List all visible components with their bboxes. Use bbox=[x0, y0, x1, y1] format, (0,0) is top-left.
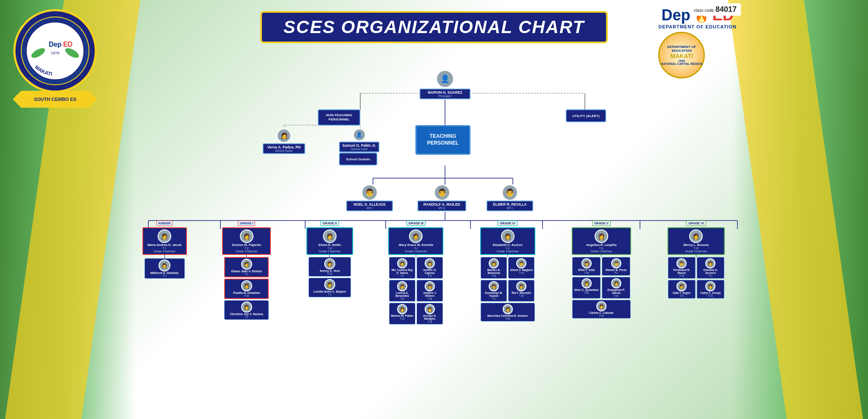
grade6-chairman-card: 👩 Mercy L. Benosa T-III Grade Chairman bbox=[668, 227, 725, 255]
class-code: class code 84017 bbox=[690, 3, 741, 16]
nurse-box: Verna A. Padua, RN School Nurse bbox=[263, 143, 305, 154]
grade1-column: GRADE I 👩 Desiree M. Pajarillo T-II Grad… bbox=[219, 221, 274, 320]
guards-label: School Guards bbox=[339, 153, 377, 165]
teaching-label: TEACHINGPERSONNEL bbox=[415, 125, 470, 155]
grade3-teachers: 👩 Ma. Czarina Ray S. Valera T-I 👩 Jeniff… bbox=[389, 257, 443, 324]
non-teaching-label: NON-TEACHING PERSONNEL bbox=[318, 109, 360, 126]
grade2-column: GRADE II 👩 Elvira D. Delfin T-II Grade C… bbox=[304, 221, 355, 297]
grade4-chairman-card: 👩 Elizabeth C. Acoros T-II Grade Chairma… bbox=[480, 227, 535, 255]
grade4-header: GRADE IV bbox=[498, 221, 517, 226]
class-code-label: class code bbox=[694, 8, 714, 13]
grade3-header: GRADE III bbox=[406, 221, 426, 226]
mt3-photo: 👨 bbox=[502, 184, 518, 201]
deped-logo-area: Dep 🔥 ED DEPARTMENT OF EDUCATION DEPARTM… bbox=[658, 6, 737, 78]
clerk-photo: 👤 bbox=[353, 128, 366, 141]
grade6-teachers: 👨 Ferdinand R. Razon T-III 👩 Gimotea A. … bbox=[668, 257, 724, 299]
kinder-t1-card: 👩 Millicent A. Gamban T-I bbox=[145, 258, 185, 279]
grade6-header: GRADE VI bbox=[686, 221, 706, 226]
grade6-column: GRADE VI 👩 Mercy L. Benosa T-III Grade C… bbox=[664, 221, 728, 299]
grade1-chairman-card: 👩 Desiree M. Pajarillo T-II Grade Chairm… bbox=[222, 227, 271, 255]
mt2-role: MT-II bbox=[420, 207, 464, 210]
class-code-value: 84017 bbox=[715, 5, 737, 14]
mt3-box: ELMER R. REVILLA MT-I bbox=[487, 201, 533, 211]
mt1-photo: 👨 bbox=[362, 184, 378, 201]
mt2-photo: 👨 bbox=[434, 184, 450, 201]
grade-columns: KINDER 👩 Maria Andrea D. Jacob T-I Grade… bbox=[123, 221, 745, 324]
grade2-chairman-card: 👩 Elvira D. Delfin T-II Grade Chairman bbox=[306, 227, 353, 255]
mt1-node: 👨 NOEL D. ALLEJOS MT-I bbox=[346, 184, 393, 211]
grade5-header: GRADE V bbox=[592, 221, 611, 226]
nurse-name: Verna A. Padua, RN bbox=[265, 145, 303, 149]
kinder-chairman-card: 👩 Maria Andrea D. Jacob T-I Grade Chairm… bbox=[142, 227, 187, 255]
mt3-node: 👨 ELMER R. REVILLA MT-I bbox=[487, 184, 533, 211]
kinder-chairman-photo: 👩 bbox=[158, 229, 171, 243]
deped-subtitle: DEPARTMENT OF EDUCATION bbox=[658, 24, 737, 29]
dep-text: Dep bbox=[662, 6, 690, 24]
grade4-teachers: 👩 Marites B. Baracena T-III 👨 Jelord V. … bbox=[481, 257, 535, 321]
grade1-header: GRADE I bbox=[238, 221, 255, 226]
clerk-box: Samuel O. Pablo Jr. School Clerk bbox=[339, 142, 379, 152]
org-chart-area: SCES ORGANIZATIONAL CHART bbox=[123, 4, 745, 417]
school-seal-area: SOUTH CEMBO ELEMENTARY SCHOOL Dep ED 197… bbox=[13, 8, 106, 102]
clerk-name: Samuel O. Pablo Jr. bbox=[342, 143, 377, 148]
principal-photo: 👤 bbox=[436, 70, 454, 88]
page-title: SCES ORGANIZATIONAL CHART bbox=[279, 17, 589, 37]
mt2-box: RANDOLF A. MAILED MT-II bbox=[417, 201, 466, 211]
mt3-role: MT-I bbox=[489, 207, 531, 210]
mt3-name: ELMER R. REVILLA bbox=[489, 202, 531, 207]
title-container: SCES ORGANIZATIONAL CHART bbox=[123, 8, 745, 45]
kinder-chairman-role: T-I bbox=[145, 247, 185, 250]
title-box: SCES ORGANIZATIONAL CHART bbox=[260, 11, 608, 43]
makati-seal: DEPARTMENT OF EDUCATION MAKATI 1994 NATI… bbox=[658, 32, 705, 78]
svg-text:Dep: Dep bbox=[49, 41, 61, 48]
principal-node: 👤 MARVIN H. SUAREZ Principal I bbox=[420, 70, 470, 99]
kinder-chairman-name: Maria Andrea D. Jacob bbox=[145, 243, 185, 247]
nurse-photo: 👩 bbox=[277, 128, 291, 143]
grade1-teachers: 👩 Elaine Jade V. Diolola T-I 👩 Paulita B… bbox=[219, 257, 274, 320]
mt1-box: NOEL D. ALLEJOS MT-I bbox=[346, 201, 393, 211]
nurse-role: School Nurse bbox=[265, 149, 303, 152]
grade2-header: GRADE II bbox=[320, 221, 339, 226]
kinder-column: KINDER 👩 Maria Andrea D. Jacob T-I Grade… bbox=[140, 221, 189, 279]
mt1-role: MT-I bbox=[349, 207, 390, 210]
svg-text:ED: ED bbox=[63, 41, 72, 48]
principal-name: MARVIN H. SUAREZ bbox=[422, 90, 468, 95]
mt2-node: 👨 RANDOLF A. MAILED MT-II bbox=[417, 184, 466, 211]
principal-box: MARVIN H. SUAREZ Principal I bbox=[420, 89, 470, 99]
clerk-role: School Clerk bbox=[342, 148, 377, 151]
utility-label: UTILITY (ALERT) bbox=[566, 109, 606, 122]
grade5-teachers: 👩 Ethel F. Gida T-III 👨 Ramon B. Perez T… bbox=[572, 257, 631, 318]
mt1-name: NOEL D. ALLEJOS bbox=[349, 202, 390, 207]
grade3-column: GRADE III 👩 Mary Grace W. Estrella T-I G… bbox=[385, 221, 447, 324]
nurse-node: 👩 Verna A. Padua, RN School Nurse bbox=[263, 128, 305, 154]
kinder-header: KINDER bbox=[156, 221, 173, 226]
kinder-chairman-sub: Grade Chairman bbox=[145, 250, 185, 253]
school-seal-svg: SOUTH CEMBO ELEMENTARY SCHOOL Dep ED 197… bbox=[13, 8, 97, 93]
clerk-node: 👤 Samuel O. Pablo Jr. School Clerk bbox=[339, 128, 379, 152]
mt2-name: RANDOLF A. MAILED bbox=[420, 202, 464, 207]
grade3-chairman-card: 👩 Mary Grace W. Estrella T-I Grade Chair… bbox=[388, 227, 443, 255]
grade4-column: GRADE IV 👩 Elizabeth C. Acoros T-II Grad… bbox=[477, 221, 538, 321]
grade5-column: GRADE V 👩 Angelina R. Laspiña T-II Grade… bbox=[568, 221, 634, 318]
principal-role: Principal I bbox=[422, 95, 468, 98]
grade5-chairman-card: 👩 Angelina R. Laspiña T-II Grade Chairma… bbox=[572, 227, 631, 255]
grade2-teachers: 👩 Aurely S. Vera T-III 👩 Lorelie Anne C.… bbox=[309, 257, 351, 297]
svg-text:1976: 1976 bbox=[51, 51, 59, 55]
